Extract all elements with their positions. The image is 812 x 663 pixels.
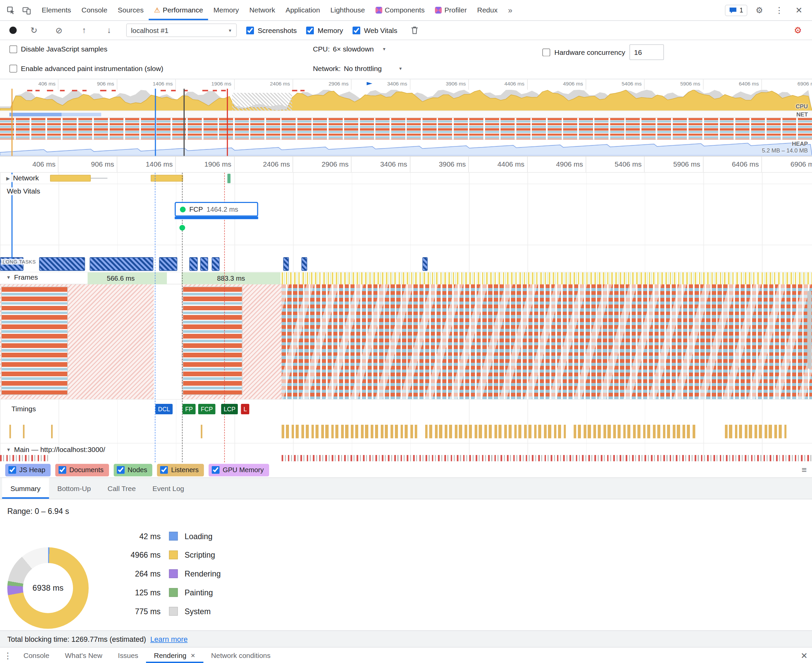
- hardware-concurrency-input[interactable]: [630, 44, 663, 60]
- tab-network[interactable]: Network: [244, 0, 281, 20]
- main-thread-activity[interactable]: [0, 455, 50, 461]
- load-badge[interactable]: L: [241, 404, 249, 414]
- long-task-bar[interactable]: [159, 257, 177, 270]
- fp-badge[interactable]: FP: [182, 404, 195, 414]
- tab-event-log[interactable]: Event Log: [144, 478, 192, 499]
- tab-summary[interactable]: Summary: [2, 478, 49, 499]
- overview-marker-blue[interactable]: [155, 89, 156, 156]
- tab-sources[interactable]: Sources: [113, 0, 149, 20]
- close-drawer-icon[interactable]: ✕: [796, 650, 812, 660]
- long-task-bar[interactable]: [423, 257, 428, 270]
- drawer-tab-whats-new[interactable]: What's New: [57, 647, 110, 663]
- gpu-memory-counter-toggle[interactable]: GPU Memory: [208, 464, 269, 476]
- drawer-tab-rendering[interactable]: Rendering ✕: [146, 647, 203, 663]
- frames-track-header[interactable]: ▼ Frames: [4, 273, 40, 281]
- long-task-bar[interactable]: [189, 257, 198, 270]
- long-task-bar[interactable]: [90, 257, 153, 270]
- network-throttle-select[interactable]: No throttling ▼: [344, 65, 403, 72]
- trash-icon[interactable]: [407, 26, 423, 35]
- overview-marker-dark[interactable]: [184, 89, 185, 156]
- tab-memory[interactable]: Memory: [208, 0, 244, 20]
- capture-settings-gear-icon[interactable]: ⚙: [790, 25, 806, 36]
- memory-checkbox[interactable]: Memory: [306, 26, 343, 34]
- drawer-kebab-menu-icon[interactable]: ⋮: [0, 650, 16, 660]
- timeline-ruler[interactable]: 406 ms 906 ms 1406 ms 1906 ms 2406 ms 29…: [0, 157, 812, 173]
- drawer-tab-console[interactable]: Console: [16, 647, 57, 663]
- tab-application[interactable]: Application: [280, 0, 325, 20]
- user-timing-cluster[interactable]: [425, 425, 566, 438]
- long-task-bar[interactable]: [39, 257, 85, 270]
- frame-duration-cell[interactable]: 883.3 ms: [182, 272, 281, 285]
- network-request-bar[interactable]: [50, 175, 91, 181]
- cpu-throttle-select[interactable]: 6× slowdown ▼: [333, 45, 386, 53]
- learn-more-link[interactable]: Learn more: [150, 635, 188, 643]
- listeners-counter-toggle[interactable]: Listeners: [157, 464, 204, 476]
- network-track-header[interactable]: ▶ Network: [4, 174, 41, 182]
- long-task-bar[interactable]: [211, 257, 219, 270]
- screenshot-filmstrip[interactable]: [0, 118, 812, 140]
- frames-dense-filmstrip[interactable]: [281, 285, 812, 399]
- close-devtools-icon[interactable]: ✕: [791, 2, 807, 18]
- timings-track-header[interactable]: Timings: [10, 405, 38, 412]
- record-button[interactable]: [10, 27, 17, 34]
- issues-counter-button[interactable]: 1: [725, 4, 747, 16]
- main-thread-activity[interactable]: [281, 455, 812, 461]
- network-request-tick[interactable]: [228, 174, 231, 183]
- dcl-badge[interactable]: DCL: [155, 404, 173, 414]
- fcp-badge[interactable]: FCP: [198, 404, 215, 414]
- frame-screenshot[interactable]: [1, 286, 68, 395]
- timeline-overview[interactable]: 406 ms 906 ms 1406 ms 1906 ms 2406 ms 29…: [0, 79, 812, 157]
- tab-lighthouse[interactable]: Lighthouse: [325, 0, 370, 20]
- frames-filmstrip[interactable]: [0, 285, 812, 399]
- tab-call-tree[interactable]: Call Tree: [99, 478, 144, 499]
- tab-console[interactable]: Console: [76, 0, 113, 20]
- hardware-concurrency-checkbox[interactable]: [542, 48, 550, 56]
- user-timing-cluster[interactable]: [281, 425, 417, 438]
- disable-js-samples-checkbox[interactable]: Disable JavaScript samples: [10, 45, 107, 53]
- hamburger-menu-icon[interactable]: ≡: [802, 465, 807, 475]
- inspect-element-icon[interactable]: [3, 2, 19, 18]
- profile-history-select[interactable]: localhost #1 ▼: [126, 24, 237, 37]
- reload-and-record-icon[interactable]: ↻: [26, 25, 42, 35]
- more-tabs-chevron-icon[interactable]: »: [503, 0, 518, 20]
- network-request-bar[interactable]: [151, 175, 183, 181]
- tab-profiler[interactable]: Profiler: [430, 0, 472, 20]
- frame-duration-cell[interactable]: [154, 272, 167, 285]
- advanced-paint-checkbox[interactable]: Enable advanced paint instrumentation (s…: [10, 65, 163, 72]
- overview-marker-orange[interactable]: [11, 89, 13, 156]
- tab-elements[interactable]: Elements: [37, 0, 76, 20]
- lcp-badge[interactable]: LCP: [221, 404, 238, 414]
- fcp-timeline-dot[interactable]: [179, 225, 185, 231]
- network-track[interactable]: ▶ Network: [0, 173, 812, 184]
- clear-recording-icon[interactable]: ⊘: [51, 25, 67, 35]
- frames-track[interactable]: 566.6 ms 883.3 ms ▼ Frames: [0, 272, 812, 399]
- long-tasks-track[interactable]: LONG TASKS: [0, 245, 812, 273]
- save-profile-icon[interactable]: ↓: [101, 26, 117, 35]
- main-track-header[interactable]: ▼ Main — http://localhost:3000/: [4, 446, 107, 453]
- web-vitals-checkbox[interactable]: Web Vitals: [352, 26, 397, 34]
- settings-gear-icon[interactable]: ⚙: [751, 2, 767, 18]
- tab-components[interactable]: Components: [370, 0, 430, 20]
- main-thread-track[interactable]: ▼ Main — http://localhost:3000/: [0, 443, 812, 462]
- fcp-marker-selected[interactable]: FCP 1464.2 ms: [174, 202, 258, 217]
- nodes-counter-toggle[interactable]: Nodes: [113, 464, 152, 476]
- vertical-scrollbar[interactable]: [807, 291, 811, 369]
- overview-marker-red[interactable]: [227, 89, 228, 156]
- tab-bottom-up[interactable]: Bottom-Up: [49, 478, 99, 499]
- js-heap-counter-toggle[interactable]: JS Heap: [5, 464, 51, 476]
- timings-track[interactable]: Timings DCL FP FCP LCP L: [0, 400, 812, 443]
- long-task-bar[interactable]: [200, 257, 208, 270]
- device-toolbar-icon[interactable]: [19, 2, 35, 18]
- tab-performance[interactable]: ⚠ Performance: [149, 0, 208, 20]
- frame-duration-cell[interactable]: 566.6 ms: [87, 272, 154, 285]
- long-task-bar[interactable]: [301, 257, 307, 270]
- screenshots-checkbox[interactable]: Screenshots: [246, 26, 297, 34]
- frame-screenshot[interactable]: [182, 286, 242, 395]
- drawer-tab-issues[interactable]: Issues: [110, 647, 146, 663]
- user-timing-cluster[interactable]: [573, 425, 696, 438]
- long-task-bar[interactable]: [283, 257, 289, 270]
- documents-counter-toggle[interactable]: Documents: [55, 464, 109, 476]
- load-profile-icon[interactable]: ↑: [76, 26, 92, 35]
- drawer-tab-network-conditions[interactable]: Network conditions: [203, 647, 278, 663]
- frames-dense-durations[interactable]: [281, 272, 812, 285]
